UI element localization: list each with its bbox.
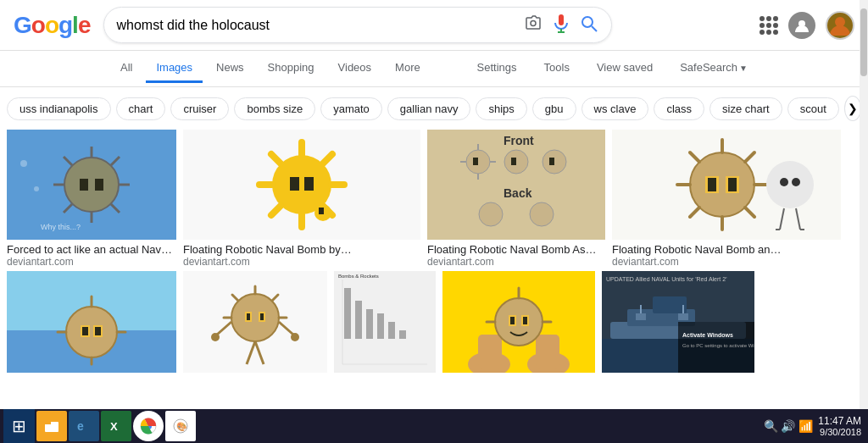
svg-rect-128: [653, 296, 687, 313]
svg-rect-105: [344, 288, 351, 339]
result-source-4: deviantart.com: [612, 256, 841, 268]
start-button[interactable]: ⊞: [3, 409, 35, 443]
result-title-3: Floating Robotic Naval Bomb Assets b...: [427, 243, 597, 256]
chip-gallian-navy[interactable]: gallian navy: [387, 97, 471, 120]
taskbar-date: 9/30/2018: [818, 427, 861, 437]
search-button[interactable]: [579, 14, 599, 36]
account-button[interactable]: [788, 12, 815, 39]
svg-point-50: [479, 202, 503, 226]
taskbar-excel-button[interactable]: X: [101, 411, 131, 441]
chips-next-arrow[interactable]: ❯: [844, 96, 861, 121]
svg-rect-20: [80, 179, 88, 191]
result-card-9[interactable]: UPDATED Allied NAVAL Units for 'Red Aler…: [602, 271, 754, 373]
tab-shopping[interactable]: Shopping: [258, 54, 325, 83]
header: Google whomst did the holocaust: [0, 0, 868, 51]
svg-text:Bombs & Rockets: Bombs & Rockets: [338, 274, 379, 279]
svg-rect-1: [559, 14, 564, 25]
svg-rect-122: [510, 317, 515, 324]
result-title-1: Forced to act like an actual Naval Bom..…: [7, 243, 176, 256]
chip-size-chart[interactable]: size chart: [709, 97, 782, 120]
google-logo: Google: [14, 12, 90, 39]
svg-rect-65: [728, 178, 737, 191]
account-circle: [788, 12, 815, 39]
svg-point-116: [495, 298, 542, 346]
svg-point-9: [20, 160, 27, 167]
chip-yamato[interactable]: yamato: [320, 97, 382, 120]
result-source-2: deviantart.com: [183, 256, 420, 268]
result-card-4[interactable]: Floating Robotic Naval Bomb and Sugar ..…: [612, 130, 841, 268]
svg-rect-106: [355, 301, 362, 339]
svg-line-5: [592, 26, 597, 31]
chip-uss-indianapolis[interactable]: uss indianapolis: [7, 97, 111, 120]
result-card-2[interactable]: Floating Robotic Naval Bomb by ... devia…: [183, 130, 420, 268]
tab-more[interactable]: More: [385, 54, 431, 83]
result-card-7[interactable]: Bombs & Rockets: [334, 271, 436, 373]
search-input[interactable]: whomst did the holocaust: [116, 18, 516, 33]
result-card-8[interactable]: [442, 271, 595, 373]
camera-search-button[interactable]: [523, 14, 543, 36]
nav-tabs: All Images News Shopping Videos More Set…: [0, 51, 868, 87]
settings-link[interactable]: Settings: [467, 54, 527, 83]
google-apps-button[interactable]: [760, 16, 778, 35]
svg-rect-129: [636, 313, 646, 320]
result-image-8: [442, 271, 595, 373]
svg-text:UPDATED Allied NAVAL Units for: UPDATED Allied NAVAL Units for 'Red Aler…: [606, 276, 726, 282]
taskbar-ie-button[interactable]: e: [69, 411, 99, 441]
chip-cruiser[interactable]: cruiser: [170, 97, 229, 120]
taskbar-time: 11:47 AM: [818, 415, 861, 427]
result-image-2: [183, 130, 420, 240]
svg-text:🎨: 🎨: [176, 421, 187, 432]
voice-search-button[interactable]: [552, 13, 570, 37]
chip-chart[interactable]: chart: [116, 97, 166, 120]
tab-images[interactable]: Images: [146, 54, 203, 83]
result-image-7: Bombs & Rockets: [334, 271, 436, 373]
image-results-row2: Bombs & Rockets: [0, 271, 868, 373]
svg-rect-82: [82, 327, 88, 335]
svg-rect-123: [523, 317, 527, 324]
svg-rect-93: [247, 313, 250, 320]
svg-point-66: [766, 161, 814, 208]
page-scrollbar[interactable]: [860, 0, 868, 409]
svg-rect-138: [45, 422, 51, 424]
taskbar-file-manager[interactable]: [36, 411, 67, 441]
taskbar-paint-button[interactable]: 🎨: [165, 411, 196, 441]
svg-rect-94: [260, 313, 264, 320]
search-icons: [523, 13, 599, 37]
safe-search-link[interactable]: SafeSearch▼: [670, 54, 758, 83]
result-image-9: UPDATED Allied NAVAL Units for 'Red Aler…: [602, 271, 754, 373]
svg-rect-45: [549, 158, 554, 165]
systray-icons: 🔍 🔊 📶: [764, 419, 814, 433]
result-card-6[interactable]: [183, 271, 327, 373]
chip-ws-clave[interactable]: ws clave: [581, 97, 649, 120]
svg-rect-110: [399, 330, 406, 339]
profile-avatar[interactable]: [826, 11, 854, 40]
taskbar-systray: 🔍 🔊 📶 11:47 AM 9/30/2018: [764, 415, 865, 437]
result-title-4: Floating Robotic Naval Bomb and Sugar ..…: [612, 243, 782, 256]
tools-link[interactable]: Tools: [534, 54, 580, 83]
svg-text:Activate Windows: Activate Windows: [682, 332, 733, 338]
svg-rect-34: [304, 177, 314, 191]
chip-class[interactable]: class: [654, 97, 704, 120]
svg-rect-115: [536, 335, 559, 368]
tab-videos[interactable]: Videos: [328, 54, 382, 83]
taskbar-chrome-button[interactable]: [133, 411, 164, 441]
chip-scout[interactable]: scout: [787, 97, 839, 120]
svg-point-4: [582, 17, 593, 27]
svg-rect-114: [478, 335, 502, 368]
scrollbar-thumb[interactable]: [860, 8, 867, 76]
result-card-1[interactable]: Why this...? Forced to act like an actua…: [7, 130, 176, 268]
result-image-3: Front Back: [427, 130, 605, 240]
tab-all[interactable]: All: [110, 54, 142, 83]
result-card-3[interactable]: Front Back Floating Robotic Naval Bomb A…: [427, 130, 605, 268]
result-card-5[interactable]: [7, 271, 176, 373]
view-saved-link[interactable]: View saved: [587, 54, 663, 83]
chip-ships[interactable]: ships: [476, 97, 526, 120]
svg-rect-33: [290, 177, 299, 191]
svg-point-68: [792, 178, 800, 186]
svg-rect-41: [473, 158, 478, 165]
svg-rect-108: [377, 313, 384, 339]
chip-bombs-size[interactable]: bombs size: [234, 97, 315, 120]
tab-news[interactable]: News: [206, 54, 254, 83]
nav-right: Settings Tools View saved SafeSearch▼: [467, 54, 758, 83]
chip-gbu[interactable]: gbu: [532, 97, 576, 120]
